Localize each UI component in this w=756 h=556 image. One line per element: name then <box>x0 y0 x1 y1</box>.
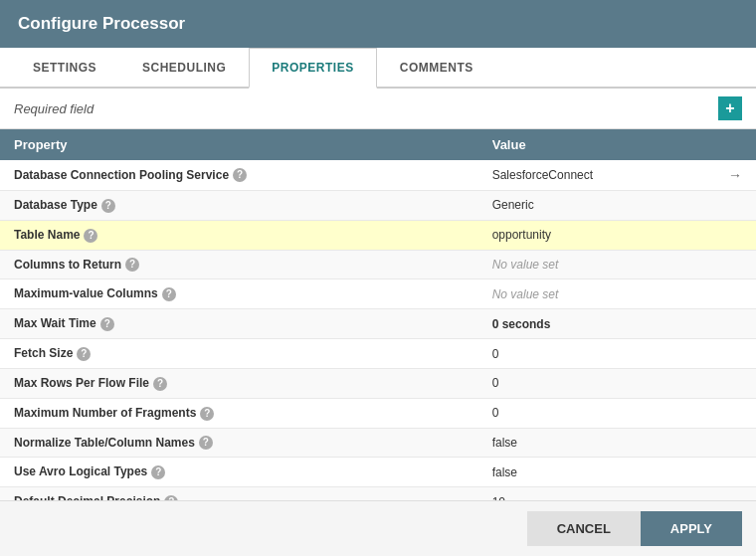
cancel-button[interactable]: CANCEL <box>527 511 641 546</box>
property-value-cell[interactable]: false <box>478 428 714 458</box>
property-value-cell[interactable]: Generic <box>478 191 714 221</box>
property-name-cell: Maximum-value Columns? <box>0 279 478 309</box>
table-row[interactable]: Normalize Table/Column Names?false <box>0 428 756 458</box>
property-value-cell[interactable]: opportunity <box>478 220 714 250</box>
property-value-cell[interactable]: SalesforceConnect <box>478 160 714 191</box>
property-name-cell: Table Name? <box>0 220 478 250</box>
table-header-row: Property Value <box>0 129 756 160</box>
tab-scheduling[interactable]: SCHEDULING <box>119 48 249 87</box>
table-row[interactable]: Columns to Return?No value set <box>0 250 756 279</box>
tab-settings[interactable]: SETTINGS <box>10 48 119 87</box>
property-name-cell: Database Connection Pooling Service? <box>0 160 478 191</box>
property-action-cell <box>714 458 756 487</box>
configure-processor-dialog: Configure Processor SETTINGS SCHEDULING … <box>0 0 756 556</box>
property-action-cell <box>714 309 756 339</box>
help-icon[interactable]: ? <box>199 436 213 450</box>
apply-button[interactable]: APPLY <box>641 511 742 546</box>
help-icon[interactable]: ? <box>101 199 115 213</box>
property-action-cell <box>714 191 756 221</box>
property-action-cell <box>714 339 756 369</box>
property-action-cell <box>714 368 756 398</box>
value-column-header: Value <box>478 129 714 160</box>
help-icon[interactable]: ? <box>153 377 167 391</box>
help-icon[interactable]: ? <box>125 258 139 272</box>
help-icon[interactable]: ? <box>84 229 97 243</box>
required-field-bar: Required field + <box>0 89 756 129</box>
property-name-cell: Normalize Table/Column Names? <box>0 428 478 458</box>
property-action-cell: → <box>714 160 756 191</box>
table-row[interactable]: Max Rows Per Flow File?0 <box>0 368 756 398</box>
property-column-header: Property <box>0 129 478 160</box>
property-name-cell: Maximum Number of Fragments? <box>0 398 478 428</box>
table-row[interactable]: Use Avro Logical Types?false <box>0 458 756 487</box>
property-value-cell[interactable]: false <box>478 458 714 487</box>
table-row[interactable]: Maximum-value Columns?No value set <box>0 279 756 309</box>
property-value-cell[interactable]: 0 <box>478 398 714 428</box>
property-action-cell <box>714 279 756 309</box>
help-icon[interactable]: ? <box>200 407 214 421</box>
help-icon[interactable]: ? <box>233 168 247 182</box>
table-row[interactable]: Fetch Size?0 <box>0 339 756 369</box>
property-value-cell[interactable]: No value set <box>478 250 714 279</box>
dialog-footer: CANCEL APPLY <box>0 500 756 556</box>
table-row[interactable]: Table Name?opportunity <box>0 220 756 250</box>
tab-comments[interactable]: COMMENTS <box>377 48 496 87</box>
property-value-cell[interactable]: No value set <box>478 279 714 309</box>
property-name-cell: Default Decimal Precision? <box>0 487 478 500</box>
dialog-header: Configure Processor <box>0 0 756 48</box>
properties-table: Property Value Database Connection Pooli… <box>0 129 756 500</box>
property-action-cell <box>714 398 756 428</box>
property-action-cell <box>714 220 756 250</box>
help-icon[interactable]: ? <box>100 317 114 331</box>
tabs-bar: SETTINGS SCHEDULING PROPERTIES COMMENTS <box>0 48 756 89</box>
table-row[interactable]: Default Decimal Precision?10 <box>0 487 756 500</box>
properties-table-container: Property Value Database Connection Pooli… <box>0 129 756 500</box>
required-field-label: Required field <box>14 101 94 116</box>
add-property-button[interactable]: + <box>718 96 742 120</box>
table-row[interactable]: Database Connection Pooling Service?Sale… <box>0 160 756 191</box>
property-name-cell: Max Wait Time? <box>0 309 478 339</box>
help-icon[interactable]: ? <box>162 287 176 301</box>
property-name-cell: Database Type? <box>0 191 478 221</box>
tab-properties[interactable]: PROPERTIES <box>249 48 376 89</box>
table-row[interactable]: Maximum Number of Fragments?0 <box>0 398 756 428</box>
property-name-cell: Use Avro Logical Types? <box>0 458 478 487</box>
action-column-header <box>714 129 756 160</box>
property-value-cell[interactable]: 0 <box>478 368 714 398</box>
property-value-cell[interactable]: 0 seconds <box>478 309 714 339</box>
table-row[interactable]: Database Type?Generic <box>0 191 756 221</box>
property-name-cell: Columns to Return? <box>0 250 478 279</box>
help-icon[interactable]: ? <box>151 465 165 479</box>
dialog-title: Configure Processor <box>18 14 185 33</box>
arrow-icon[interactable]: → <box>728 167 742 183</box>
property-action-cell <box>714 428 756 458</box>
property-name-cell: Fetch Size? <box>0 339 478 369</box>
table-row[interactable]: Max Wait Time?0 seconds <box>0 309 756 339</box>
help-icon[interactable]: ? <box>77 347 91 361</box>
property-value-cell[interactable]: 0 <box>478 339 714 369</box>
property-action-cell <box>714 487 756 500</box>
property-name-cell: Max Rows Per Flow File? <box>0 368 478 398</box>
property-value-cell[interactable]: 10 <box>478 487 714 500</box>
property-action-cell <box>714 250 756 279</box>
